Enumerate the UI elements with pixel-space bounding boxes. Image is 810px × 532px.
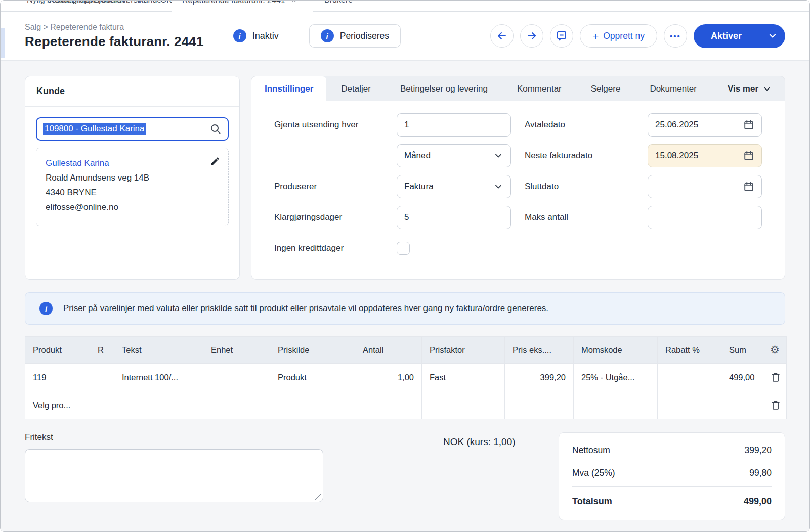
tab-selgere[interactable]: Selgere [576, 76, 635, 101]
freetext-label: Fritekst [25, 432, 323, 442]
col-tekst: Tekst [114, 337, 203, 364]
repeat-every-label: Gjenta utsending hver [274, 113, 397, 137]
end-date-input[interactable] [648, 175, 762, 198]
prep-days-label: Klargjøringsdager [274, 206, 397, 229]
cell-produkt[interactable]: 119 [25, 364, 90, 391]
interval-select[interactable]: Måned [397, 144, 511, 167]
forward-arrow-icon [526, 30, 538, 42]
cell-rabatt[interactable] [658, 364, 721, 391]
top-tab-brukere[interactable]: Brukere [313, 1, 335, 12]
no-credit-days-label: Ingen kredittdager [274, 237, 397, 260]
tab-kommentar[interactable]: Kommentar [502, 76, 576, 101]
calendar-icon [743, 119, 754, 130]
col-prisfaktor: Prisfaktor [422, 337, 505, 364]
col-r: R [90, 337, 114, 364]
gear-icon: ⚙ [770, 344, 780, 356]
customer-name-link[interactable]: Gullestad Karina [46, 156, 219, 170]
close-tab-icon[interactable]: × [291, 1, 296, 5]
col-sum: Sum [721, 337, 762, 364]
forward-button[interactable] [520, 24, 543, 48]
cell-enhet[interactable] [203, 364, 270, 391]
more-actions-button[interactable]: ••• [664, 24, 687, 48]
cell-tekst[interactable]: Internett 100/... [114, 364, 203, 391]
info-banner: i Priser på varelinjer med valuta eller … [25, 292, 785, 325]
cell-antall[interactable]: 1,00 [355, 364, 422, 391]
prep-days-input[interactable]: 5 [397, 206, 511, 229]
cell-prisfaktor[interactable]: Fast [422, 364, 505, 391]
col-momskode: Momskode [574, 337, 658, 364]
delete-row-button[interactable] [762, 364, 787, 391]
comment-button[interactable] [550, 24, 573, 48]
total-sum-row: Totalsum 499,00 [572, 489, 772, 513]
edit-customer-button[interactable] [210, 156, 220, 166]
top-tab-kunde[interactable]: Kunde [127, 1, 149, 12]
col-priskilde: Priskilde [270, 337, 355, 364]
delete-row-button[interactable] [762, 391, 787, 419]
chevron-down-icon [493, 182, 503, 192]
customer-address-line2: 4340 BRYNE [46, 185, 219, 200]
back-button[interactable] [490, 24, 514, 48]
end-date-label: Sluttdato [525, 175, 648, 198]
col-produkt: Produkt [25, 337, 90, 364]
customer-search-value: 109800 - Gullestad Karina [43, 123, 146, 135]
calendar-icon [743, 150, 754, 161]
settings-panel: Innstillinger Detaljer Betingelser og le… [251, 76, 785, 280]
cell-momskode[interactable]: 25% - Utgåe... [574, 364, 658, 391]
top-tab-oversikt[interactable]: Oversikt [105, 1, 127, 12]
breadcrumb-parent[interactable]: Salg [25, 23, 41, 31]
currency-label: NOK (kurs: 1,00) [443, 436, 516, 448]
top-tab-produkter[interactable]: Produkter [82, 1, 105, 12]
col-settings[interactable]: ⚙ [762, 337, 787, 364]
customer-address-line1: Roald Amundsens veg 14B [46, 170, 219, 185]
search-icon [209, 123, 222, 135]
table-header-row: Produkt R Tekst Enhet Priskilde Antall P… [25, 337, 787, 364]
customer-card: Kunde 109800 - Gullestad Karina Gullesta… [25, 76, 240, 280]
info-banner-text: Priser på varelinjer med valuta eller pr… [63, 303, 548, 314]
top-tab-repeterende-faktura-active[interactable]: Repeterende fakturanr. 2441× [172, 1, 313, 12]
comment-icon [556, 30, 568, 42]
top-tab-dimensjoner[interactable]: Dimensjoner [60, 1, 82, 12]
info-icon: i [233, 29, 246, 42]
activate-button[interactable]: Aktiver [694, 24, 759, 48]
cell-pris-eks[interactable]: 399,20 [505, 364, 574, 391]
next-invoice-date-input[interactable]: 15.08.2025 [648, 144, 762, 167]
top-tab-nylig-besokt[interactable]: Nylig besøkt [16, 1, 38, 12]
trash-icon [770, 400, 781, 411]
page-header: Salg > Repeterende faktura Repeterende f… [1, 12, 809, 60]
cell-sum[interactable]: 499,00 [721, 364, 762, 391]
next-invoice-date-label: Neste fakturadato [525, 144, 648, 167]
cell-r[interactable] [90, 364, 114, 391]
agreement-date-label: Avtaledato [525, 113, 648, 137]
customer-search-input[interactable]: 109800 - Gullestad Karina [36, 117, 229, 141]
customer-card-title: Kunde [25, 76, 239, 107]
tab-detaljer[interactable]: Detaljer [326, 76, 386, 101]
settings-tabbar: Innstillinger Detaljer Betingelser og le… [251, 76, 785, 101]
activate-dropdown-button[interactable] [759, 24, 785, 48]
tab-dokumenter[interactable]: Dokumenter [635, 76, 711, 101]
repeat-every-input[interactable]: 1 [397, 113, 511, 137]
chevron-down-icon [768, 31, 778, 41]
tab-betingelser-og-levering[interactable]: Betingelser og levering [386, 76, 502, 101]
chevron-down-icon [493, 151, 503, 161]
plus-icon: + [592, 31, 599, 41]
max-count-input[interactable] [648, 206, 762, 229]
vat-row: Mva (25%) 99,80 [572, 462, 772, 484]
col-pris-eks: Pris eks.... [505, 337, 574, 364]
pencil-icon [210, 156, 220, 166]
top-tab-kundegrupper[interactable]: Kundegrupper [38, 1, 60, 12]
no-credit-days-checkbox[interactable] [397, 242, 410, 255]
create-new-button[interactable]: + Opprett ny [580, 24, 657, 48]
cell-velg-produkt[interactable]: Velg pro... [25, 391, 90, 419]
freetext-textarea[interactable] [25, 449, 323, 502]
produces-select[interactable]: Faktura [397, 175, 511, 198]
tab-vis-mer[interactable]: Vis mer [714, 76, 785, 101]
tab-innstillinger[interactable]: Innstillinger [251, 76, 326, 101]
ellipsis-icon: ••• [670, 32, 681, 40]
top-tab-ordre[interactable]: Ordre [149, 1, 172, 12]
trash-icon [770, 372, 781, 383]
cell-priskilde[interactable]: Produkt [270, 364, 355, 391]
activate-split-button: Aktiver [694, 24, 785, 48]
app-window: Nylig besøkt Kundegrupper Dimensjoner Pr… [0, 0, 810, 532]
tab-strip-filler [335, 1, 809, 12]
agreement-date-input[interactable]: 25.06.2025 [648, 113, 762, 137]
